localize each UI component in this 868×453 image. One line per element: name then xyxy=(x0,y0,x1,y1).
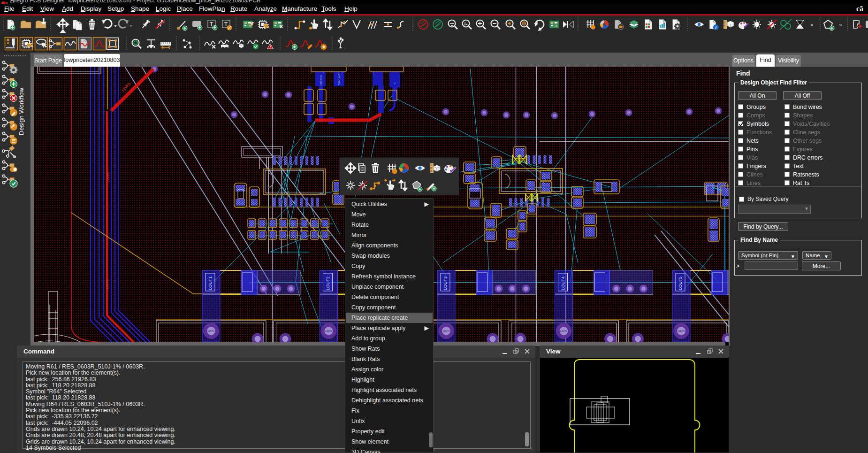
svg-text:LOUT3: LOUT3 xyxy=(443,276,448,290)
svg-text:LOUT1: LOUT1 xyxy=(208,330,215,332)
svg-text:LOUT2: LOUT2 xyxy=(326,276,330,290)
svg-text:LOUT3: LOUT3 xyxy=(443,330,450,332)
svg-text:LOUT5: LOUT5 xyxy=(678,276,683,290)
svg-text:LOUT4: LOUT4 xyxy=(560,330,567,332)
svg-text:12VP5: 12VP5 xyxy=(106,279,109,289)
svg-text:LOUT2: LOUT2 xyxy=(325,330,332,332)
svg-text:»: » xyxy=(810,22,814,28)
svg-text:THAILAND: THAILAND xyxy=(338,73,341,85)
svg-text:LOUT5: LOUT5 xyxy=(678,330,685,332)
svg-text:LOUT1: LOUT1 xyxy=(208,276,213,290)
svg-text:12VP5: 12VP5 xyxy=(107,172,110,182)
svg-text:»: » xyxy=(839,22,842,28)
svg-text:LOUT4: LOUT4 xyxy=(561,276,565,290)
svg-text:L: L xyxy=(393,82,396,84)
svg-text:N8B1781: N8B1781 xyxy=(320,75,322,85)
